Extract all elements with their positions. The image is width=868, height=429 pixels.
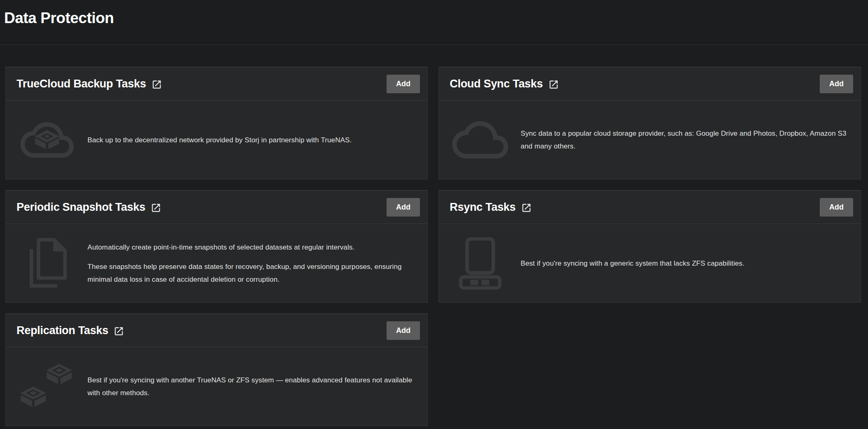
snapshot-copy-icon: [18, 237, 76, 289]
card-header: Rsync Tasks Add: [439, 191, 861, 224]
card-description-line: Automatically create point-in-time snaps…: [87, 241, 415, 254]
task-card: Periodic Snapshot Tasks Add Automaticall…: [5, 190, 428, 303]
card-description: Back up to the decentralized network pro…: [87, 134, 351, 146]
card-body: Back up to the decentralized network pro…: [6, 101, 427, 179]
card-header: Periodic Snapshot Tasks Add: [6, 191, 427, 224]
open-in-new-icon: [113, 325, 124, 337]
task-card: Rsync Tasks Add Best if you're syncing w…: [439, 190, 861, 303]
add-button[interactable]: Add: [387, 198, 420, 217]
card-title-text: Replication Tasks: [17, 324, 108, 337]
card-title-link[interactable]: Replication Tasks: [17, 324, 124, 337]
card-description: Best if you're syncing with a generic sy…: [521, 257, 744, 270]
cloud-icon: [451, 116, 509, 163]
card-description: Automatically create point-in-time snaps…: [87, 241, 415, 286]
card-title-text: Periodic Snapshot Tasks: [17, 201, 145, 214]
card-description: Best if you're syncing with another True…: [87, 374, 415, 399]
card-title-text: Cloud Sync Tasks: [450, 78, 543, 90]
card-title-link[interactable]: Periodic Snapshot Tasks: [17, 201, 161, 214]
card-description-line: These snapshots help preserve data state…: [87, 260, 415, 286]
card-title-text: TrueCloud Backup Tasks: [17, 78, 146, 90]
truecloud-storj-icon: [18, 117, 76, 163]
open-in-new-icon: [548, 78, 559, 90]
card-body: Sync data to a popular cloud storage pro…: [439, 101, 861, 179]
card-description-line: Back up to the decentralized network pro…: [87, 134, 351, 146]
card-title-link[interactable]: TrueCloud Backup Tasks: [17, 78, 162, 90]
card-body: Automatically create point-in-time snaps…: [6, 224, 427, 302]
open-in-new-icon: [151, 78, 162, 90]
card-description-line: Best if you're syncing with a generic sy…: [521, 257, 744, 270]
card-title-link[interactable]: Cloud Sync Tasks: [450, 78, 559, 90]
card-header: TrueCloud Backup Tasks Add: [6, 67, 427, 101]
page-header: Data Protection: [0, 0, 868, 27]
card-header: Cloud Sync Tasks Add: [439, 67, 861, 101]
card-body: Best if you're syncing with a generic sy…: [439, 224, 861, 302]
task-card: TrueCloud Backup Tasks Add Back up to th…: [5, 67, 428, 179]
cards-grid: TrueCloud Backup Tasks Add Back up to th…: [0, 67, 868, 426]
card-description-line: Best if you're syncing with another True…: [87, 374, 415, 399]
task-card: Replication Tasks Add Best if you're syn…: [5, 314, 428, 426]
card-title-text: Rsync Tasks: [450, 201, 516, 214]
card-description: Sync data to a popular cloud storage pro…: [521, 127, 848, 153]
card-body: Best if you're syncing with another True…: [6, 347, 427, 426]
card-description-line: Sync data to a popular cloud storage pro…: [521, 127, 848, 153]
replication-boxes-icon: [18, 361, 76, 412]
add-button[interactable]: Add: [820, 198, 853, 217]
header-divider: [0, 45, 868, 45]
add-button[interactable]: Add: [820, 75, 853, 93]
open-in-new-icon: [521, 201, 532, 213]
card-title-link[interactable]: Rsync Tasks: [450, 201, 532, 214]
card-header: Replication Tasks Add: [6, 314, 427, 347]
open-in-new-icon: [151, 201, 161, 213]
page-title: Data Protection: [4, 9, 861, 27]
computer-icon: [451, 237, 509, 290]
add-button[interactable]: Add: [387, 321, 420, 340]
task-card: Cloud Sync Tasks Add Sync data to a popu…: [439, 67, 861, 179]
add-button[interactable]: Add: [387, 75, 420, 93]
